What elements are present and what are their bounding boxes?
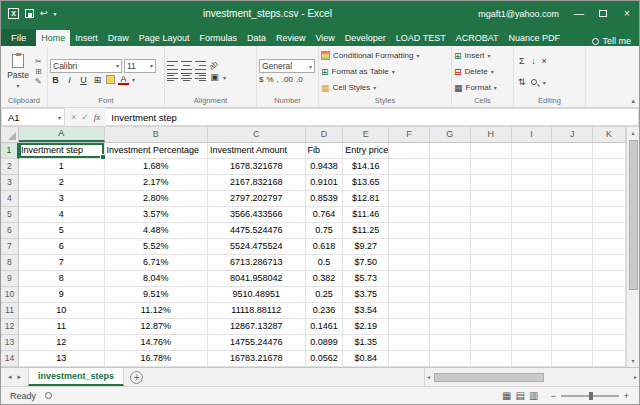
cell-C11[interactable]: 11118.88112 <box>208 303 306 319</box>
cell-H12[interactable] <box>471 319 512 335</box>
cell-H4[interactable] <box>471 191 512 207</box>
cell-I13[interactable] <box>512 335 553 351</box>
column-header-K[interactable]: K <box>593 127 626 142</box>
column-header-G[interactable]: G <box>430 127 471 142</box>
fill-button[interactable]: ↓ <box>531 56 536 66</box>
tab-home[interactable]: Home <box>36 30 70 46</box>
cell-G6[interactable] <box>430 223 471 239</box>
cell-J12[interactable] <box>552 319 593 335</box>
cell-B2[interactable]: 1.68% <box>105 159 209 175</box>
insert-function-icon[interactable]: fx <box>94 112 101 122</box>
macro-record-icon[interactable] <box>45 392 52 399</box>
cell-C8[interactable]: 6713.286713 <box>208 255 306 271</box>
cell-D8[interactable]: 0.5 <box>306 255 344 271</box>
cell-C6[interactable]: 4475.524476 <box>208 223 306 239</box>
cell-H3[interactable] <box>471 175 512 191</box>
cell-J1[interactable] <box>552 143 593 159</box>
cell-J2[interactable] <box>552 159 593 175</box>
cell-K5[interactable] <box>593 207 626 223</box>
cell-G3[interactable] <box>430 175 471 191</box>
column-header-I[interactable]: I <box>512 127 553 142</box>
cell-G11[interactable] <box>430 303 471 319</box>
align-middle-icon[interactable] <box>181 61 192 70</box>
cell-C14[interactable]: 16783.21678 <box>208 351 306 367</box>
row-header-9[interactable]: 9 <box>1 271 19 287</box>
cell-H2[interactable] <box>471 159 512 175</box>
cell-F4[interactable] <box>389 191 430 207</box>
align-center-icon[interactable] <box>181 73 192 82</box>
cell-I3[interactable] <box>512 175 553 191</box>
column-header-H[interactable]: H <box>471 127 512 142</box>
cell-A4[interactable]: 3 <box>19 191 105 207</box>
number-format-combo[interactable]: General ▾ <box>259 59 315 73</box>
font-group-label[interactable]: Font <box>50 95 162 107</box>
tab-formulas[interactable]: Formulas <box>194 30 242 46</box>
tab-file[interactable]: File <box>1 29 36 46</box>
restore-button[interactable] <box>591 1 615 26</box>
cell-F7[interactable] <box>389 239 430 255</box>
cell-I11[interactable] <box>512 303 553 319</box>
cell-K6[interactable] <box>593 223 626 239</box>
add-sheet-button[interactable]: + <box>130 371 143 384</box>
cell-G5[interactable] <box>430 207 471 223</box>
cell-I10[interactable] <box>512 287 553 303</box>
cell-A5[interactable]: 4 <box>19 207 105 223</box>
confirm-entry-icon[interactable]: ✓ <box>81 112 89 122</box>
row-header-2[interactable]: 2 <box>1 159 19 175</box>
name-box[interactable]: A1 ▾ <box>1 108 65 126</box>
align-top-icon[interactable] <box>167 61 178 70</box>
column-header-E[interactable]: E <box>343 127 389 142</box>
cell-H11[interactable] <box>471 303 512 319</box>
vertical-scrollbar[interactable]: ▴ ▾ <box>626 127 639 367</box>
cell-B13[interactable]: 14.76% <box>105 335 209 351</box>
cell-C4[interactable]: 2797.202797 <box>208 191 306 207</box>
cell-H1[interactable] <box>471 143 512 159</box>
cell-H9[interactable] <box>471 271 512 287</box>
cell-G7[interactable] <box>430 239 471 255</box>
zoom-slider-thumb[interactable] <box>589 392 593 400</box>
row-header-6[interactable]: 6 <box>1 223 19 239</box>
cell-K1[interactable] <box>593 143 626 159</box>
cell-A11[interactable]: 10 <box>19 303 105 319</box>
cell-C9[interactable]: 8041.958042 <box>208 271 306 287</box>
column-header-A[interactable]: A <box>19 127 105 142</box>
row-header-7[interactable]: 7 <box>1 239 19 255</box>
zoom-slider[interactable] <box>561 395 619 397</box>
cell-E5[interactable]: $11.46 <box>343 207 389 223</box>
cut-icon[interactable]: ✂ <box>35 57 42 66</box>
cell-E11[interactable]: $3.54 <box>343 303 389 319</box>
cell-C1[interactable]: Investment Amount <box>208 143 306 159</box>
percent-style-button[interactable]: % <box>266 75 273 84</box>
tab-data[interactable]: Data <box>242 30 271 46</box>
cell-H13[interactable] <box>471 335 512 351</box>
paste-dropdown-icon[interactable]: ▾ <box>16 82 19 89</box>
align-left-icon[interactable] <box>167 73 178 82</box>
cell-E7[interactable]: $9.27 <box>343 239 389 255</box>
cell-G12[interactable] <box>430 319 471 335</box>
tab-page-layout[interactable]: Page Layout <box>134 30 195 46</box>
cell-K4[interactable] <box>593 191 626 207</box>
cell-B1[interactable]: Investment Percentage <box>105 143 208 159</box>
cell-D3[interactable]: 0.9101 <box>306 175 344 191</box>
cell-A9[interactable]: 8 <box>19 271 105 287</box>
cell-J8[interactable] <box>552 255 593 271</box>
cell-K8[interactable] <box>593 255 626 271</box>
scroll-down-icon[interactable]: ▾ <box>631 355 634 367</box>
cell-I5[interactable] <box>512 207 553 223</box>
copy-icon[interactable]: ⊞ <box>35 67 42 76</box>
align-right-icon[interactable] <box>195 73 206 82</box>
italic-button[interactable]: I <box>64 75 75 85</box>
cell-A14[interactable]: 13 <box>19 351 105 367</box>
cell-F3[interactable] <box>389 175 430 191</box>
cell-J5[interactable] <box>552 207 593 223</box>
horizontal-scrollbar[interactable]: ◂ ▸ <box>424 368 639 386</box>
cell-I6[interactable] <box>512 223 553 239</box>
cell-E12[interactable]: $2.19 <box>343 319 389 335</box>
tab-review[interactable]: Review <box>271 30 311 46</box>
cell-E4[interactable]: $12.81 <box>343 191 389 207</box>
row-header-14[interactable]: 14 <box>1 351 19 367</box>
cell-J4[interactable] <box>552 191 593 207</box>
row-header-12[interactable]: 12 <box>1 319 19 335</box>
cell-B9[interactable]: 8.04% <box>105 271 209 287</box>
cell-H6[interactable] <box>471 223 512 239</box>
